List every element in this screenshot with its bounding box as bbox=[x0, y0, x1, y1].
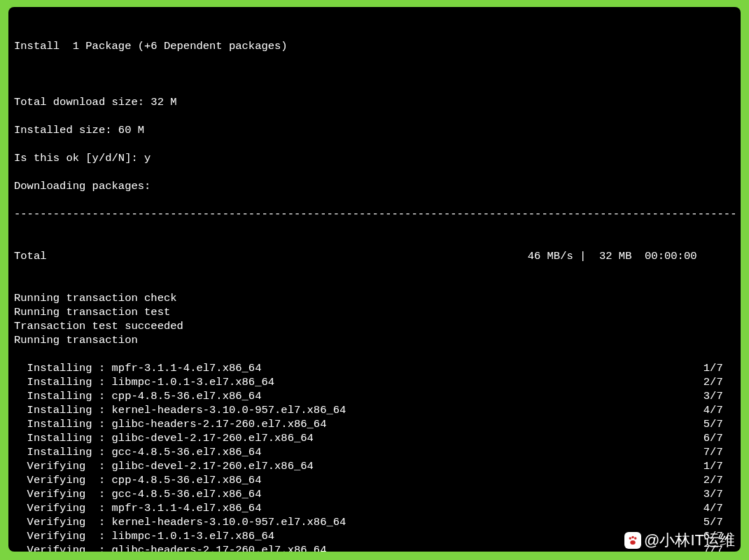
svg-point-1 bbox=[631, 536, 634, 538]
terminal[interactable]: Install 1 Package (+6 Dependent packages… bbox=[8, 7, 741, 552]
step-text: Verifying : glibc-devel-2.17-260.el7.x86… bbox=[14, 459, 314, 473]
step-text: Installing : glibc-devel-2.17-260.el7.x8… bbox=[14, 431, 314, 445]
download-size: Total download size: 32 M bbox=[14, 95, 735, 109]
step-count: 2/7 bbox=[704, 473, 735, 487]
transaction-msg: Running transaction bbox=[14, 333, 735, 347]
step-text: Installing : kernel-headers-3.10.0-957.e… bbox=[14, 403, 346, 417]
divider: ----------------------------------------… bbox=[14, 207, 735, 221]
watermark: @小林IT运维 bbox=[624, 532, 735, 549]
step-count: 1/7 bbox=[704, 361, 735, 375]
transaction-msg: Running transaction test bbox=[14, 305, 735, 319]
total-stats: 46 MB/s | 32 MB 00:00:00 bbox=[528, 249, 735, 263]
step-text: Installing : mpfr-3.1.1-4.el7.x86_64 bbox=[14, 361, 261, 375]
step-text: Verifying : cpp-4.8.5-36.el7.x86_64 bbox=[14, 473, 261, 487]
step-count: 6/7 bbox=[704, 431, 735, 445]
transaction-msg: Running transaction check bbox=[14, 291, 735, 305]
total-label: Total bbox=[14, 249, 47, 263]
transaction-step: Verifying : gcc-4.8.5-36.el7.x86_643/7 bbox=[14, 487, 735, 501]
transaction-step: Installing : cpp-4.8.5-36.el7.x86_643/7 bbox=[14, 389, 735, 403]
step-count: 7/7 bbox=[704, 445, 735, 459]
total-line: Total 46 MB/s | 32 MB 00:00:00 bbox=[14, 249, 735, 263]
step-count: 2/7 bbox=[704, 375, 735, 389]
transaction-step: Verifying : mpfr-3.1.1-4.el7.x86_644/7 bbox=[14, 501, 735, 515]
step-count: 3/7 bbox=[704, 389, 735, 403]
step-count: 4/7 bbox=[704, 403, 735, 417]
transaction-step: Installing : kernel-headers-3.10.0-957.e… bbox=[14, 403, 735, 417]
step-count: 3/7 bbox=[704, 487, 735, 501]
confirm-prompt: Is this ok [y/d/N]: y bbox=[14, 151, 735, 165]
transaction-msg: Transaction test succeeded bbox=[14, 319, 735, 333]
transaction-step: Verifying : kernel-headers-3.10.0-957.el… bbox=[14, 515, 735, 529]
step-text: Installing : gcc-4.8.5-36.el7.x86_64 bbox=[14, 445, 261, 459]
blank-line bbox=[14, 67, 735, 81]
step-count: 4/7 bbox=[704, 501, 735, 515]
step-count: 1/7 bbox=[704, 459, 735, 473]
installed-size: Installed size: 60 M bbox=[14, 123, 735, 137]
transaction-step: Verifying : glibc-devel-2.17-260.el7.x86… bbox=[14, 459, 735, 473]
step-count: 5/7 bbox=[704, 515, 735, 529]
step-text: Verifying : glibc-headers-2.17-260.el7.x… bbox=[14, 543, 326, 552]
transaction-step: Installing : glibc-headers-2.17-260.el7.… bbox=[14, 417, 735, 431]
step-count: 5/7 bbox=[704, 417, 735, 431]
step-text: Verifying : gcc-4.8.5-36.el7.x86_64 bbox=[14, 487, 261, 501]
svg-point-0 bbox=[629, 537, 631, 539]
step-text: Verifying : mpfr-3.1.1-4.el7.x86_64 bbox=[14, 501, 261, 515]
step-text: Verifying : kernel-headers-3.10.0-957.el… bbox=[14, 515, 346, 529]
step-text: Verifying : libmpc-1.0.1-3.el7.x86_64 bbox=[14, 529, 274, 543]
step-text: Installing : glibc-headers-2.17-260.el7.… bbox=[14, 417, 326, 431]
watermark-text: @小林IT运维 bbox=[644, 533, 735, 547]
step-text: Installing : libmpc-1.0.1-3.el7.x86_64 bbox=[14, 375, 274, 389]
transaction-step: Installing : mpfr-3.1.1-4.el7.x86_641/7 bbox=[14, 361, 735, 375]
paw-icon bbox=[624, 532, 641, 549]
install-summary: Install 1 Package (+6 Dependent packages… bbox=[14, 39, 735, 53]
transaction-step: Installing : gcc-4.8.5-36.el7.x86_647/7 bbox=[14, 445, 735, 459]
svg-point-2 bbox=[634, 537, 636, 539]
transaction-step: Verifying : cpp-4.8.5-36.el7.x86_642/7 bbox=[14, 473, 735, 487]
step-text: Installing : cpp-4.8.5-36.el7.x86_64 bbox=[14, 389, 261, 403]
svg-point-3 bbox=[630, 540, 636, 545]
transaction-step: Installing : libmpc-1.0.1-3.el7.x86_642/… bbox=[14, 375, 735, 389]
downloading-label: Downloading packages: bbox=[14, 179, 735, 193]
transaction-step: Installing : glibc-devel-2.17-260.el7.x8… bbox=[14, 431, 735, 445]
